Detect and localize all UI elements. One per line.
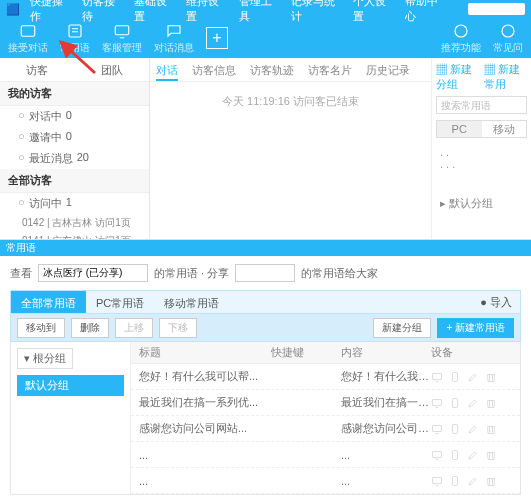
menu-item[interactable]: 基础设置	[134, 0, 176, 24]
share-input[interactable]	[235, 264, 295, 282]
left-tab-team[interactable]: 团队	[75, 58, 150, 81]
mid-tab-chat[interactable]: 对话	[156, 58, 178, 81]
edit-icon[interactable]	[467, 423, 479, 435]
moveto-button[interactable]: 移动到	[17, 318, 65, 338]
svg-point-4	[502, 25, 514, 37]
svg-rect-9	[453, 398, 458, 407]
device-pc-icon	[431, 475, 443, 487]
mid-tab-track[interactable]: 访客轨迹	[250, 58, 294, 81]
svg-rect-6	[433, 373, 442, 379]
mid-tab-history[interactable]: 历史记录	[366, 58, 410, 81]
th-title: 标题	[131, 345, 271, 360]
th-device: 设备	[431, 345, 520, 360]
left-tab-visitor[interactable]: 访客	[0, 58, 75, 81]
edit-icon[interactable]	[467, 475, 479, 487]
delete-button[interactable]: 删除	[71, 318, 109, 338]
movedown-button[interactable]: 下移	[159, 318, 197, 338]
tool-add[interactable]: +	[206, 27, 228, 49]
device-pc-icon	[431, 449, 443, 461]
svg-rect-2	[115, 25, 129, 34]
tool-messages[interactable]: 对话消息	[154, 22, 194, 55]
cell-title: 最近我们在搞一系列优...	[131, 395, 271, 410]
menu-item[interactable]: 访客接待	[82, 0, 124, 24]
device-pc-icon	[431, 397, 443, 409]
delete-icon[interactable]	[485, 397, 497, 409]
tool-faq[interactable]: 常见问	[493, 22, 523, 55]
phrase-search[interactable]: 搜索常用语	[436, 96, 527, 114]
device-pc-icon	[431, 423, 443, 435]
edit-icon[interactable]	[467, 371, 479, 383]
list-item[interactable]: ○邀请中0	[0, 127, 149, 148]
menu-item[interactable]: 记录与统计	[291, 0, 344, 24]
tool-accept[interactable]: 接受对话	[8, 22, 48, 55]
selected-group[interactable]: 默认分组	[17, 375, 124, 396]
section-all-visitors: 全部访客	[0, 169, 149, 193]
menu-item[interactable]: 维持设置	[186, 0, 228, 24]
list-item[interactable]: ○访问中1	[0, 193, 149, 214]
svg-point-3	[455, 25, 467, 37]
table-row[interactable]: ......	[131, 468, 520, 494]
cell-content: 感谢您访问公司网站...	[341, 421, 431, 436]
svg-rect-11	[453, 424, 458, 433]
ptab-pc[interactable]: PC常用语	[86, 291, 154, 313]
device-mobile-icon	[449, 423, 461, 435]
menu-item[interactable]: 快捷操作	[30, 0, 72, 24]
mid-tab-card[interactable]: 访客名片	[308, 58, 352, 81]
delete-icon[interactable]	[485, 423, 497, 435]
tool-recommend[interactable]: 推荐功能	[441, 22, 481, 55]
cell-content: ...	[341, 475, 431, 487]
view-tail: 的常用语给大家	[301, 266, 378, 281]
cell-content: ...	[341, 449, 431, 461]
table-row[interactable]: ......	[131, 442, 520, 468]
company-input[interactable]	[38, 264, 148, 282]
import-button[interactable]: ● 导入	[472, 295, 520, 310]
phrase-table: 标题 快捷键 内容 设备 您好！有什么我可以帮...您好！有什么我可以...最近…	[131, 342, 520, 494]
tool-phrases[interactable]: 常用语	[60, 22, 90, 55]
mid-pane: 对话 访客信息 访客轨迹 访客名片 历史记录 今天 11:19:16 访问客已结…	[150, 58, 431, 239]
root-group[interactable]: ▾ 根分组	[17, 348, 73, 369]
visitor-sub[interactable]: 0142 | 吉林吉林 访问1页	[0, 214, 149, 232]
newgroup-button[interactable]: 新建分组	[373, 318, 431, 338]
new-phrase-link[interactable]: ▦ 新建常用	[484, 62, 528, 92]
new-group-link[interactable]: ▦ 新建分组	[436, 62, 480, 92]
ptab-mobile[interactable]: 移动常用语	[154, 291, 229, 313]
list-item[interactable]: ○最近消息20	[0, 148, 149, 169]
delete-icon[interactable]	[485, 371, 497, 383]
table-row[interactable]: 最近我们在搞一系列优...最近我们在搞一系列...	[131, 390, 520, 416]
mid-tab-info[interactable]: 访客信息	[192, 58, 236, 81]
table-row[interactable]: 您好！有什么我可以帮...您好！有什么我可以...	[131, 364, 520, 390]
group-pane: ▾ 根分组 默认分组	[11, 342, 131, 494]
cell-content: 您好！有什么我可以...	[341, 369, 431, 384]
cell-title: ...	[131, 449, 271, 461]
user-box[interactable]	[468, 3, 525, 15]
edit-icon[interactable]	[467, 449, 479, 461]
newphrase-button[interactable]: + 新建常用语	[437, 318, 514, 338]
visitor-sub[interactable]: 0141 | 广东佛山 访问1页	[0, 232, 149, 239]
rlist-group[interactable]: ▸ 默认分组	[440, 196, 523, 211]
menu-item[interactable]: 个人设置	[353, 0, 395, 24]
th-content: 内容	[341, 345, 431, 360]
menu-logo: 🟦	[6, 3, 20, 16]
table-row[interactable]: 感谢您访问公司网站...感谢您访问公司网站...	[131, 416, 520, 442]
rtab-mobile[interactable]: 移动	[482, 121, 527, 137]
left-pane: 访客 团队 我的访客 ○对话中0 ○邀请中0 ○最近消息20 全部访客 ○访问中…	[0, 58, 150, 239]
cell-title: ...	[131, 475, 271, 487]
svg-rect-12	[433, 451, 442, 457]
section-my-visitors: 我的访客	[0, 82, 149, 106]
menu-item[interactable]: 管理工具	[239, 0, 281, 24]
ptab-all[interactable]: 全部常用语	[11, 291, 86, 313]
list-item[interactable]: ○对话中0	[0, 106, 149, 127]
view-label: 查看	[10, 266, 32, 281]
svg-rect-8	[433, 399, 442, 405]
chat-end-msg: 今天 11:19:16 访问客已结束	[222, 94, 359, 109]
menu-item[interactable]: 帮助中心	[405, 0, 447, 24]
cell-title: 感谢您访问公司网站...	[131, 421, 271, 436]
svg-rect-14	[433, 477, 442, 483]
delete-icon[interactable]	[485, 449, 497, 461]
moveup-button[interactable]: 上移	[115, 318, 153, 338]
rtab-pc[interactable]: PC	[437, 121, 482, 137]
delete-icon[interactable]	[485, 475, 497, 487]
svg-rect-1	[69, 25, 81, 37]
tool-agent-manage[interactable]: 客服管理	[102, 22, 142, 55]
edit-icon[interactable]	[467, 397, 479, 409]
